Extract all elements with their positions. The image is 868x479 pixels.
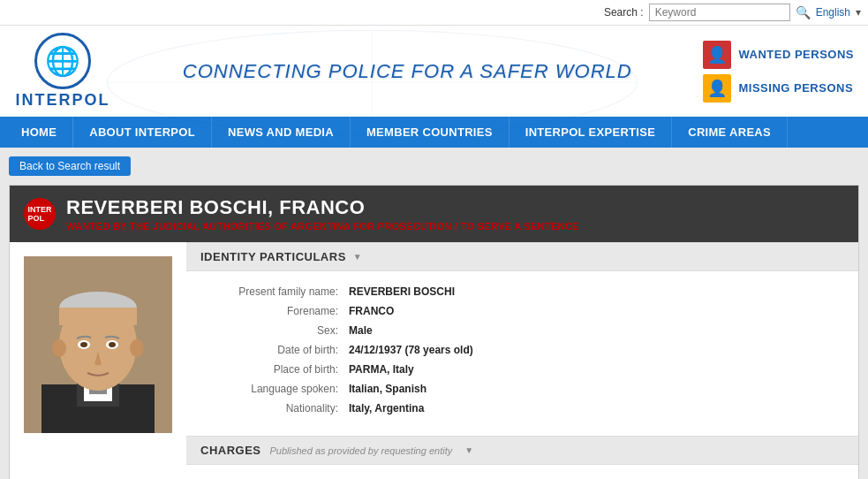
charges-section-header: CHARGES Published as provided by request… [186, 436, 858, 465]
charges-arrow-icon: ▼ [464, 445, 473, 455]
dob-label: Date of birth: [208, 344, 349, 356]
header: 🌐 INTERPOL CONNECTING POLICE FOR A SAFER… [0, 26, 868, 117]
language-label: Language spoken: [208, 383, 349, 395]
wanted-label: WANTED PERSONS [738, 48, 854, 61]
language-selector[interactable]: English [816, 6, 850, 19]
details-column: IDENTITY PARTICULARS ▼ Present family na… [186, 242, 858, 479]
profile-header: INTERPOL REVERBERI BOSCHI, FRANCO WANTED… [10, 186, 858, 242]
identity-row-pob: Place of birth: PARMA, Italy [208, 363, 837, 376]
header-right: 👤 WANTED PERSONS 👤 MISSING PERSONS [703, 41, 854, 103]
missing-silhouette-icon: 👤 [707, 79, 727, 98]
identity-row-family-name: Present family name: REVERBERI BOSCHI [208, 285, 837, 298]
globe-icon: 🌐 [45, 44, 80, 78]
identity-row-language: Language spoken: Italian, Spanish [208, 383, 837, 395]
search-input[interactable] [649, 4, 790, 21]
photo-svg [24, 256, 172, 433]
identity-row-nationality: Nationality: Italy, Argentina [208, 402, 837, 414]
charges-published: Published as provided by requesting enti… [270, 445, 453, 456]
svg-point-14 [109, 342, 116, 347]
nav-news[interactable]: NEWS AND MEDIA [212, 117, 351, 148]
pob-value: PARMA, Italy [349, 363, 414, 376]
nav-member-countries[interactable]: MEMBER COUNTRIES [351, 117, 509, 148]
person-silhouette-icon: 👤 [707, 45, 727, 65]
logo-circle: 🌐 [34, 33, 91, 89]
missing-persons-link[interactable]: 👤 MISSING PERSONS [703, 74, 853, 103]
profile-photo [24, 256, 172, 433]
forename-value: FRANCO [349, 305, 394, 317]
header-tagline: CONNECTING POLICE FOR A SAFER WORLD [111, 60, 703, 83]
identity-row-sex: Sex: Male [208, 324, 837, 337]
nav-about[interactable]: ABOUT INTERPOL [73, 117, 212, 148]
interpol-logo-icon: INTERPOL [28, 205, 52, 223]
family-name-value: REVERBERI BOSCHI [349, 285, 455, 298]
sex-value: Male [349, 324, 373, 337]
forename-label: Forename: [208, 305, 349, 317]
svg-rect-10 [59, 308, 137, 325]
svg-point-16 [130, 339, 144, 357]
section-arrow-icon: ▼ [353, 252, 362, 262]
back-to-search-button[interactable]: Back to Search result [9, 156, 131, 176]
svg-point-13 [80, 342, 87, 347]
missing-label: MISSING PERSONS [738, 81, 853, 95]
wanted-icon: 👤 [703, 41, 731, 69]
family-name-label: Present family name: [208, 285, 349, 298]
identity-section-title: IDENTITY PARTICULARS [200, 250, 346, 263]
nav-home[interactable]: HOME [0, 117, 73, 148]
main-nav: HOME ABOUT INTERPOL NEWS AND MEDIA MEMBE… [0, 117, 868, 148]
profile-body: IDENTITY PARTICULARS ▼ Present family na… [10, 242, 858, 479]
lang-arrow-icon[interactable]: ▾ [856, 6, 861, 19]
nationality-value: Italy, Argentina [349, 402, 424, 414]
identity-table: Present family name: REVERBERI BOSCHI Fo… [186, 271, 858, 436]
interpol-badge: INTERPOL [24, 198, 56, 230]
search-area: Search : 🔍 English ▾ [604, 4, 861, 21]
logo-area: 🌐 INTERPOL [14, 33, 111, 110]
profile-subtitle: WANTED BY THE JUDICIAL AUTHORITIES OF AR… [66, 221, 579, 232]
search-label: Search : [604, 6, 644, 19]
identity-row-dob: Date of birth: 24/12/1937 (78 years old) [208, 344, 837, 356]
wanted-persons-link[interactable]: 👤 WANTED PERSONS [703, 41, 854, 69]
charges-body: Charges: IMPOSICION DE TORMENTOS [186, 465, 858, 479]
nav-expertise[interactable]: INTERPOL EXPERTISE [509, 117, 672, 148]
photo-column [10, 242, 186, 479]
profile-card: INTERPOL REVERBERI BOSCHI, FRANCO WANTED… [9, 185, 859, 479]
dob-value: 24/12/1937 (78 years old) [349, 344, 473, 356]
identity-section-header: IDENTITY PARTICULARS ▼ [186, 242, 858, 271]
sex-label: Sex: [208, 324, 349, 337]
pob-label: Place of birth: [208, 363, 349, 376]
profile-name: REVERBERI BOSCHI, FRANCO [66, 196, 579, 219]
missing-icon: 👤 [703, 74, 731, 103]
content-area: Back to Search result INTERPOL REVERBERI… [0, 148, 868, 479]
language-value: Italian, Spanish [349, 383, 426, 395]
svg-point-15 [52, 339, 66, 357]
top-bar: Search : 🔍 English ▾ [0, 0, 868, 26]
profile-name-area: REVERBERI BOSCHI, FRANCO WANTED BY THE J… [66, 196, 579, 232]
logo-name: INTERPOL [15, 91, 109, 110]
nationality-label: Nationality: [208, 402, 349, 414]
charges-title: CHARGES [200, 444, 261, 457]
search-button[interactable]: 🔍 [796, 5, 811, 19]
nav-crime-areas[interactable]: CRIME AREAS [672, 117, 788, 148]
identity-row-forename: Forename: FRANCO [208, 305, 837, 317]
